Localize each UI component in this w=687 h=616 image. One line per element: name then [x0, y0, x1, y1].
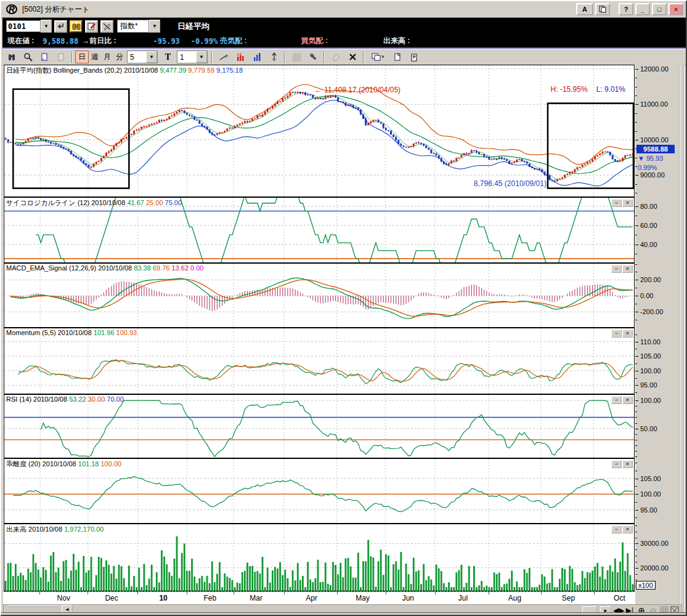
month-tick: [435, 592, 436, 594]
panel-header-rsi: RSI (14) 2010/10/08 53.22 30.00 70.00: [6, 395, 124, 403]
maximize-button[interactable]: □: [652, 3, 667, 15]
copy-button[interactable]: [595, 3, 610, 15]
zoom-search-button[interactable]: [20, 50, 36, 64]
symbol-type-select[interactable]: 指数*: [117, 20, 149, 33]
axis-minor-tick: [635, 494, 637, 495]
panel-close-button[interactable]: ×: [622, 396, 633, 404]
axis-minor-tick: [635, 451, 637, 452]
chart-area: ← 11,408.17 (2010/04/05)8,796.45 (2010/0…: [3, 65, 635, 615]
grid-tool-button[interactable]: [289, 50, 304, 64]
text-tool-button[interactable]: T: [160, 50, 176, 64]
scale-arrows-button[interactable]: [266, 50, 282, 64]
interval-dropdown-button[interactable]: ▼: [146, 51, 157, 63]
binoculars-dark-icon: [7, 53, 16, 62]
memo-button[interactable]: [85, 20, 98, 33]
current-price-label: 現在値 :: [7, 36, 34, 46]
axis-minor-tick: [635, 95, 637, 96]
plot-rsi[interactable]: [4, 395, 634, 458]
layout-windows-button[interactable]: ▼: [368, 50, 389, 64]
axis-minor-tick: [635, 392, 637, 393]
sell-quote-label: 売気配 :: [220, 36, 246, 46]
axis-tick-label: 100.00: [640, 490, 661, 498]
period-monthly-button[interactable]: 月: [101, 51, 113, 63]
panel-minimize-button[interactable]: −: [611, 330, 622, 338]
axis-minor-tick: [635, 78, 637, 78]
axis-minor-tick: [635, 363, 637, 364]
pointer-tool-button[interactable]: [4, 50, 19, 64]
panel-close-button[interactable]: ×: [622, 460, 633, 468]
panel-kairi: 乖離度 (20) 2010/10/08 101.18 100.00 −×: [4, 458, 635, 524]
plot-main[interactable]: ← 11,408.17 (2010/04/05)8,796.45 (2010/0…: [4, 65, 634, 197]
print-page-button[interactable]: P: [407, 50, 422, 64]
red-chart-button[interactable]: [233, 50, 248, 64]
axis-minor-tick: [635, 69, 637, 70]
panel-minimize-button[interactable]: −: [611, 460, 622, 468]
blue-bars-icon: [253, 52, 262, 62]
axis-minor-tick: [635, 158, 637, 158]
axis-minor-tick: [635, 312, 637, 312]
period-weekly-button[interactable]: 週: [89, 51, 101, 63]
panel-minimize-button[interactable]: −: [611, 396, 622, 404]
last-price-tag: 9588.88: [636, 145, 675, 153]
period-daily-button[interactable]: 日: [75, 51, 89, 63]
axis-tick-label: 20000.00: [640, 564, 669, 572]
axis-tick-label: 100.00: [640, 397, 661, 404]
axis-minor-tick: [635, 140, 637, 140]
font-button[interactable]: A: [576, 3, 593, 15]
panel-minimize-button[interactable]: −: [611, 525, 622, 533]
axis-minor-tick: [635, 532, 637, 532]
period-minute-button[interactable]: 分: [113, 51, 126, 63]
eraser-button[interactable]: [328, 50, 344, 64]
delete-all-button[interactable]: [345, 50, 360, 64]
close-button[interactable]: ×: [669, 3, 683, 15]
interval-select[interactable]: 5 ▼: [127, 51, 158, 63]
axis-tick-label: 95.00: [640, 381, 657, 389]
search-button[interactable]: [70, 20, 83, 33]
t-dropdown-button[interactable]: ▼: [196, 51, 207, 63]
copy-page-button[interactable]: [37, 50, 52, 64]
plot-mom[interactable]: [4, 328, 634, 394]
panel-close-button[interactable]: ×: [622, 330, 633, 338]
axis-minor-tick: [635, 175, 637, 176]
axis-minor-tick: [635, 349, 637, 349]
enter-button[interactable]: [54, 20, 67, 33]
t-value-select[interactable]: 1 ▼: [177, 51, 208, 63]
minimize-button[interactable]: _: [635, 3, 650, 15]
axis-minor-tick: [635, 411, 637, 412]
paste-page-button[interactable]: [54, 50, 69, 64]
panel-buttons-psych: −×: [611, 199, 633, 207]
new-page-button[interactable]: [390, 50, 405, 64]
panel-minimize-button[interactable]: −: [611, 265, 622, 273]
settings-tool-button[interactable]: [306, 50, 321, 64]
panel-minimize-button[interactable]: −: [611, 199, 622, 207]
annotation-box: [548, 103, 633, 188]
axis-minor-tick: [635, 549, 637, 550]
axis-tick-label: 11000.00: [640, 100, 668, 108]
panel-close-button[interactable]: ×: [622, 525, 633, 533]
axis-minor-tick: [635, 272, 637, 272]
draw-off-button[interactable]: [100, 20, 113, 33]
axis-minor-tick: [635, 87, 637, 87]
enter-icon: [57, 22, 65, 30]
trendline-tool-button[interactable]: [216, 50, 232, 64]
plot-vol[interactable]: [4, 524, 634, 591]
title-bar[interactable]: R [5002] 分析チャート A ? _ □ ×: [1, 1, 686, 18]
current-price-value: 9,588.88: [43, 37, 78, 46]
help-button[interactable]: ?: [619, 3, 633, 15]
axis-tick-label: 105.00: [640, 475, 661, 482]
month-label-mar: Mar: [250, 594, 262, 602]
blue-chart-button[interactable]: [250, 50, 265, 64]
y-axis-labels: 9000.0010000.0011000.0012000.0040.0060.0…: [635, 65, 681, 615]
axis-tick-label: 40.00: [640, 241, 657, 248]
axis-minor-tick: [635, 471, 637, 471]
panel-close-button[interactable]: ×: [622, 199, 633, 207]
axis-tick-label: 0.00: [640, 292, 653, 299]
code-input[interactable]: [6, 20, 41, 32]
panel-buttons-macd: −×: [611, 265, 633, 273]
plot-macd[interactable]: [4, 264, 634, 327]
panel-close-button[interactable]: ×: [622, 265, 633, 273]
symbol-type-dropdown-button[interactable]: ▼: [149, 20, 160, 33]
axis-tick-label: 110.00: [640, 338, 661, 346]
code-dropdown-button[interactable]: ▼: [41, 20, 52, 33]
diff-pct-value: -0.99%: [191, 37, 217, 46]
